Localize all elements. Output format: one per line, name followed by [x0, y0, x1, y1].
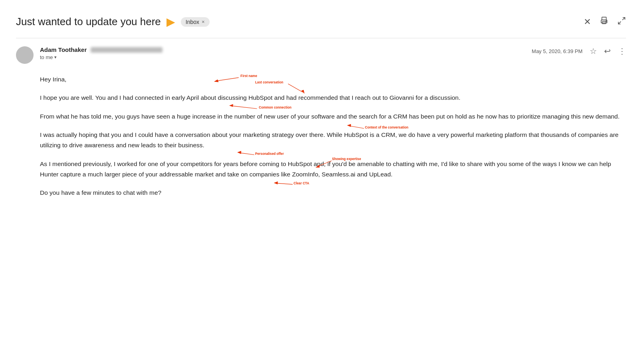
sender-name-row: Adam Toothaker — [40, 46, 525, 53]
print-icon[interactable] — [600, 16, 608, 28]
sender-meta-right: May 5, 2020, 6:39 PM ☆ ↩ ⋮ — [532, 46, 626, 56]
body-paragraph-3: I was actually hoping that you and I cou… — [40, 130, 626, 151]
inbox-label: Inbox — [186, 19, 199, 25]
to-me-chevron-icon: ▾ — [54, 55, 57, 60]
body-paragraph-4: As I mentioned previously, I worked for … — [40, 159, 626, 180]
greeting-text: Hey Irina, — [40, 76, 66, 83]
body-paragraph-2: From what he has told me, you guys have … — [40, 111, 626, 122]
inbox-close-icon[interactable]: × — [202, 19, 205, 25]
svg-line-5 — [618, 21, 621, 24]
reply-icon[interactable]: ↩ — [604, 46, 611, 56]
email-container: Just wanted to update you here ▶ Inbox ×… — [0, 0, 642, 214]
sender-email — [91, 47, 162, 53]
body-paragraph-1: I hope you are well. You and I had conne… — [40, 93, 626, 103]
inbox-badge: Inbox × — [181, 17, 210, 27]
svg-point-3 — [606, 21, 607, 22]
arrow-decoration-icon: ▶ — [166, 15, 175, 28]
email-header-left: Just wanted to update you here ▶ Inbox × — [16, 15, 210, 28]
greeting-paragraph: Hey Irina, — [40, 74, 626, 85]
email-header: Just wanted to update you here ▶ Inbox ×… — [16, 8, 626, 38]
to-me-text: to me — [40, 54, 53, 60]
email-subject: Just wanted to update you here — [16, 16, 161, 28]
svg-rect-0 — [602, 17, 606, 20]
svg-rect-2 — [602, 21, 606, 24]
close-icon[interactable]: ✕ — [584, 17, 591, 27]
email-date: May 5, 2020, 6:39 PM — [532, 48, 583, 54]
sender-info: Adam Toothaker to me ▾ — [40, 46, 525, 60]
avatar — [16, 46, 34, 64]
sender-row: Adam Toothaker to me ▾ May 5, 2020, 6:39… — [16, 38, 626, 70]
email-header-right: ✕ — [584, 16, 626, 28]
expand-icon[interactable] — [617, 16, 626, 28]
to-me[interactable]: to me ▾ — [40, 54, 525, 60]
sender-name: Adam Toothaker — [40, 46, 87, 53]
star-icon[interactable]: ☆ — [590, 46, 597, 56]
svg-line-4 — [622, 17, 625, 20]
body-paragraph-5: Do you have a few minutes to chat with m… — [40, 188, 626, 198]
more-options-icon[interactable]: ⋮ — [618, 46, 626, 56]
email-body: Hey Irina, I hope you are well. You and … — [16, 70, 626, 198]
body-wrapper: Hey Irina, I hope you are well. You and … — [16, 70, 626, 198]
